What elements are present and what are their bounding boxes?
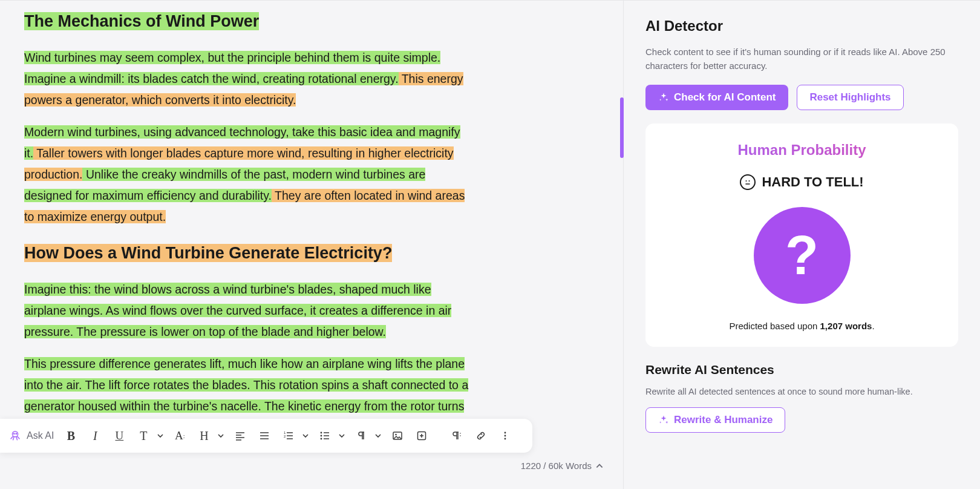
bullet-list-icon bbox=[319, 430, 330, 441]
probability-circle: ? bbox=[754, 207, 851, 304]
rewrite-title: Rewrite AI Sentences bbox=[645, 363, 958, 377]
paragraph[interactable]: Wind turbines may seem complex, but the … bbox=[24, 47, 472, 111]
chevron-up-icon bbox=[595, 462, 604, 470]
image-icon bbox=[392, 430, 403, 441]
heading-mechanics[interactable]: The Mechanics of Wind Power bbox=[24, 12, 259, 30]
chevron-down-icon bbox=[338, 432, 345, 439]
sparkle-icon bbox=[658, 92, 669, 103]
reset-label: Reset Highlights bbox=[809, 91, 890, 103]
sidebar: AI Detector Check content to see if it's… bbox=[623, 1, 980, 489]
verdict-text: HARD TO TELL! bbox=[762, 174, 863, 190]
verdict: HARD TO TELL! bbox=[658, 174, 946, 190]
svg-point-1 bbox=[13, 433, 14, 434]
plus-square-icon bbox=[416, 430, 427, 441]
ordered-list-dropdown[interactable] bbox=[299, 425, 312, 447]
octopus-icon bbox=[8, 429, 22, 442]
probability-card: Human Probability HARD TO TELL! ? Predic… bbox=[645, 123, 958, 347]
svg-point-5 bbox=[321, 432, 322, 434]
sparkle-icon bbox=[658, 415, 669, 425]
sidebar-scrollbar[interactable] bbox=[620, 97, 624, 158]
bullet-list-dropdown[interactable] bbox=[336, 425, 348, 447]
word-count-text: 1220 / 60k Words bbox=[521, 461, 592, 471]
editor-toolbar: Ask AI B I U T A: H bbox=[0, 419, 532, 453]
paragraph[interactable]: Imagine this: the wind blows across a wi… bbox=[24, 279, 472, 343]
image-button[interactable] bbox=[387, 425, 408, 447]
list-icon bbox=[259, 430, 270, 441]
prediction-text: Predicted based upon 1,207 words. bbox=[658, 321, 946, 331]
svg-point-16 bbox=[746, 180, 747, 182]
heading-dropdown[interactable] bbox=[215, 425, 227, 447]
chevron-down-icon bbox=[157, 432, 164, 439]
more-vertical-icon bbox=[500, 430, 511, 441]
question-mark-icon: ? bbox=[785, 225, 818, 287]
rewrite-description: Rewrite all AI detected sentences at onc… bbox=[645, 387, 958, 396]
check-ai-label: Check for AI Content bbox=[674, 91, 776, 103]
ordered-list-icon: 12 bbox=[283, 430, 294, 441]
link-icon bbox=[475, 430, 486, 441]
chevron-down-icon bbox=[374, 432, 382, 439]
pilcrow-icon bbox=[356, 430, 367, 441]
paragraph-button[interactable] bbox=[350, 425, 372, 447]
svg-point-13 bbox=[505, 432, 506, 434]
neutral-face-icon bbox=[740, 174, 756, 190]
pilcrow-dots-icon bbox=[451, 430, 462, 441]
sentence[interactable]: Imagine this: bbox=[24, 283, 91, 296]
more-button[interactable] bbox=[494, 425, 516, 447]
chevron-down-icon bbox=[302, 432, 309, 439]
editor-pane: The Mechanics of Wind Power Wind turbine… bbox=[0, 1, 623, 489]
svg-point-9 bbox=[396, 434, 397, 436]
chevron-down-icon bbox=[217, 432, 224, 439]
word-count[interactable]: 1220 / 60k Words bbox=[521, 461, 604, 471]
align-button[interactable] bbox=[229, 425, 251, 447]
svg-point-6 bbox=[321, 435, 322, 437]
underline-button[interactable]: U bbox=[108, 425, 130, 447]
paragraph-dropdown[interactable] bbox=[372, 425, 384, 447]
sentence[interactable]: The lift force rotates the blades. bbox=[82, 378, 250, 392]
svg-point-11 bbox=[460, 433, 462, 434]
sentence[interactable]: its blades catch the wind, creating rota… bbox=[125, 72, 399, 85]
heading-button[interactable]: H bbox=[193, 425, 215, 447]
text-style-button[interactable]: T bbox=[132, 425, 154, 447]
insert-button[interactable] bbox=[411, 425, 433, 447]
reset-highlights-button[interactable]: Reset Highlights bbox=[797, 85, 903, 110]
svg-point-7 bbox=[321, 438, 322, 440]
sidebar-description: Check content to see if it's human sound… bbox=[645, 45, 958, 73]
text-style-dropdown[interactable] bbox=[154, 425, 166, 447]
svg-point-17 bbox=[749, 180, 750, 182]
ask-ai-label: Ask AI bbox=[27, 430, 54, 441]
sidebar-title: AI Detector bbox=[645, 18, 958, 34]
rewrite-humanize-button[interactable]: Rewrite & Humanize bbox=[645, 407, 785, 433]
heading-howdoes[interactable]: How Does a Wind Turbine Generate Electri… bbox=[24, 244, 392, 262]
svg-point-2 bbox=[16, 433, 16, 434]
card-title: Human Probability bbox=[658, 142, 946, 159]
editor-content[interactable]: The Mechanics of Wind Power Wind turbine… bbox=[0, 1, 496, 489]
list-button[interactable] bbox=[253, 425, 275, 447]
bold-button[interactable]: B bbox=[60, 425, 82, 447]
link-button[interactable] bbox=[470, 425, 492, 447]
sentence[interactable]: The pressure is lower on top of the blad… bbox=[73, 325, 386, 338]
bullet-list-button[interactable] bbox=[314, 425, 336, 447]
ask-ai-button[interactable]: Ask AI bbox=[8, 429, 57, 442]
rewrite-label: Rewrite & Humanize bbox=[674, 414, 773, 426]
check-ai-button[interactable]: Check for AI Content bbox=[645, 85, 788, 110]
font-color-button[interactable]: A: bbox=[169, 425, 191, 447]
svg-text:2: 2 bbox=[284, 435, 286, 438]
paragraph[interactable]: Modern wind turbines, using advanced tec… bbox=[24, 122, 472, 228]
ordered-list-button[interactable]: 12 bbox=[278, 425, 299, 447]
align-icon bbox=[235, 430, 246, 441]
italic-button[interactable]: I bbox=[84, 425, 106, 447]
svg-point-12 bbox=[460, 435, 462, 436]
svg-point-15 bbox=[505, 438, 506, 440]
svg-point-14 bbox=[505, 435, 506, 437]
paragraph-format-button[interactable] bbox=[446, 425, 468, 447]
